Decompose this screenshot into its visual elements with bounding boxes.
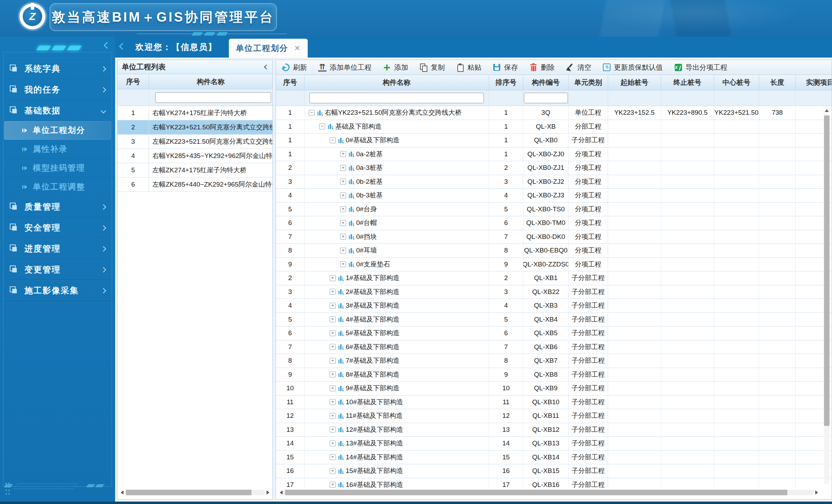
- expand-toggle-icon[interactable]: +: [340, 261, 346, 267]
- left-panel-hscrollbar[interactable]: [119, 489, 271, 496]
- table-row[interactable]: 9+8#基础及下部构造9QL-XB8子分部工程: [276, 368, 832, 382]
- expand-toggle-icon[interactable]: +: [330, 316, 336, 322]
- sidebar-item-安全管理[interactable]: 安全管理: [4, 217, 111, 238]
- table-row[interactable]: 7+6#基础及下部构造7QL-XB6子分部工程: [276, 340, 832, 354]
- main-table-hscrollbar[interactable]: [278, 489, 820, 496]
- table-row[interactable]: 5+0#台身5QL-XB0-TS0分项工程: [276, 203, 832, 217]
- expand-toggle-icon[interactable]: +: [340, 193, 346, 198]
- vscrollbar-thumb[interactable]: [824, 115, 830, 426]
- table-row[interactable]: 6+5#基础及下部构造6QL-XB5子分部工程: [276, 326, 832, 340]
- scroll-up-arrow-icon[interactable]: [823, 107, 830, 114]
- expand-toggle-icon[interactable]: +: [330, 371, 336, 377]
- table-row[interactable]: 4+0b-3桩基4QL-XB0-ZJ3分项工程: [276, 189, 832, 203]
- table-row[interactable]: 16+15#基础及下部构造16QL-XB15子分部工程: [276, 464, 832, 478]
- 删除-button[interactable]: 删除: [529, 63, 555, 72]
- list-item[interactable]: 2右幅YK223+521.50阿克塞分离式立交跨线大桥: [118, 120, 272, 135]
- table-row[interactable]: 14+13#基础及下部构造14QL-XB13子分部工程: [276, 437, 832, 451]
- vscrollbar-track[interactable]: [824, 114, 830, 484]
- expand-toggle-icon[interactable]: +: [330, 358, 336, 364]
- scroll-right-arrow-icon[interactable]: [814, 489, 820, 496]
- scrollbar-track[interactable]: [284, 490, 814, 495]
- expand-toggle-icon[interactable]: +: [340, 234, 346, 240]
- sidebar-collapse-icon[interactable]: [105, 43, 110, 49]
- sidebar-subitem-模型挂码管理[interactable]: 模型挂码管理: [4, 159, 111, 178]
- collapse-toggle-icon[interactable]: −: [330, 137, 336, 143]
- table-row[interactable]: 4+3#基础及下部构造4QL-XB3子分部工程: [276, 299, 832, 313]
- scrollbar-thumb[interactable]: [126, 490, 252, 495]
- name-filter-input[interactable]: [309, 93, 484, 103]
- sidebar-item-进度管理[interactable]: 进度管理: [4, 238, 111, 259]
- table-row[interactable]: 6+0#台帽6QL-XB0-TM0分项工程: [276, 216, 832, 230]
- collapse-toggle-icon[interactable]: −: [309, 110, 315, 116]
- expand-toggle-icon[interactable]: +: [330, 441, 336, 446]
- expand-toggle-icon[interactable]: +: [330, 303, 336, 309]
- table-row[interactable]: 3+0b-2桩基3QL-XB0-ZJ2分项工程: [276, 175, 832, 189]
- table-row[interactable]: 2+0a-3桩基2QL-XB0-ZJ1分项工程: [276, 161, 832, 175]
- 刷新-button[interactable]: 刷新: [282, 63, 307, 72]
- 更新质保默认值-button[interactable]: ✎更新质保默认值: [602, 63, 663, 72]
- 复制-button[interactable]: 复制: [419, 63, 445, 72]
- table-row[interactable]: 10+9#基础及下部构造10QL-XB9子分部工程: [276, 382, 832, 396]
- table-row[interactable]: 2+1#基础及下部构造2QL-XB1子分部工程: [276, 271, 832, 285]
- 添加-button[interactable]: +添加: [383, 63, 408, 72]
- expand-toggle-icon[interactable]: +: [340, 179, 346, 185]
- list-item[interactable]: 4右幅YK285+435~YK292+962阿尔金山特长隧道: [118, 149, 272, 163]
- tab-unit-project-division[interactable]: 单位工程划分 ×: [229, 39, 308, 58]
- sidebar-item-系统字典[interactable]: 系统字典: [4, 58, 111, 79]
- table-row[interactable]: 1+0a-2桩基1QL-XB0-ZJ0分项工程: [276, 148, 832, 161]
- scroll-right-arrow-icon[interactable]: [265, 489, 271, 496]
- list-item[interactable]: 5左幅ZK274+175红崖子沟特大桥: [118, 163, 272, 178]
- list-item[interactable]: 3左幅ZK223+521.50阿克塞分离式立交跨线大桥: [118, 135, 272, 149]
- 添加单位工程-button[interactable]: ⇈添加单位工程: [318, 63, 372, 72]
- table-row[interactable]: 8+0#耳墙8QL-XB0-EBQ0分项工程: [276, 244, 832, 258]
- sidebar-subitem-单位工程调整[interactable]: 单位工程调整: [4, 178, 111, 196]
- table-row[interactable]: 1−右幅YK223+521.50阿克塞分离式立交跨线大桥13Q单位工程YK223…: [276, 106, 832, 120]
- expand-toggle-icon[interactable]: +: [330, 289, 336, 295]
- table-row[interactable]: 3+2#基础及下部构造3QL-XB22子分部工程: [276, 285, 832, 299]
- expand-toggle-icon[interactable]: +: [340, 248, 346, 254]
- expand-toggle-icon[interactable]: +: [330, 330, 336, 336]
- left-name-filter-input[interactable]: [155, 92, 271, 103]
- list-item[interactable]: 1右幅YK274+175红崖子沟特大桥: [118, 106, 272, 120]
- back-chevron-icon[interactable]: [120, 44, 125, 50]
- expand-toggle-icon[interactable]: +: [330, 413, 336, 419]
- table-row[interactable]: 15+14#基础及下部构造15QL-XB14子分部工程: [276, 451, 832, 465]
- expand-toggle-icon[interactable]: +: [340, 165, 346, 171]
- expand-toggle-icon[interactable]: +: [330, 482, 336, 488]
- 粘贴-button[interactable]: 粘贴: [456, 63, 481, 72]
- table-row[interactable]: 1−基础及下部构造1QL-XB分部工程: [276, 120, 832, 134]
- sidebar-item-施工影像采集[interactable]: 施工影像采集: [4, 280, 111, 301]
- sidebar-item-变更管理[interactable]: 变更管理: [4, 259, 111, 280]
- table-row[interactable]: 8+7#基础及下部构造8QL-XB7子分部工程: [276, 354, 832, 368]
- expand-toggle-icon[interactable]: +: [340, 206, 346, 212]
- table-row[interactable]: 5+4#基础及下部构造5QL-XB4子分部工程: [276, 313, 832, 327]
- sidebar-subitem-单位工程划分[interactable]: 单位工程划分: [4, 121, 111, 140]
- list-item[interactable]: 6左幅ZK285+440~ZK292+965阿尔金山特长隧道: [118, 178, 272, 192]
- table-row[interactable]: 12+11#基础及下部构造12QL-XB11子分部工程: [276, 409, 832, 423]
- table-row[interactable]: 7+0#挡块7QL-XB0-DK0分项工程: [276, 230, 832, 244]
- scroll-left-arrow-icon[interactable]: [119, 489, 125, 496]
- expand-toggle-icon[interactable]: +: [330, 344, 336, 350]
- main-table-vscrollbar[interactable]: [823, 107, 830, 484]
- expand-toggle-icon[interactable]: +: [340, 151, 346, 157]
- table-row[interactable]: 11+10#基础及下部构造11QL-XB10子分部工程: [276, 396, 832, 409]
- expand-toggle-icon[interactable]: +: [330, 275, 336, 281]
- 保存-button[interactable]: 保存: [493, 63, 518, 72]
- tab-close-icon[interactable]: ×: [294, 45, 301, 52]
- 清空-button[interactable]: 清空: [566, 63, 591, 72]
- table-row[interactable]: 13+12#基础及下部构造13QL-XB12子分部工程: [276, 423, 832, 437]
- expand-toggle-icon[interactable]: +: [330, 427, 336, 432]
- 导出分项工程-button[interactable]: X❙导出分项工程: [674, 63, 727, 72]
- expand-toggle-icon[interactable]: +: [340, 220, 346, 226]
- sidebar-subitem-属性补录[interactable]: 属性补录: [4, 140, 111, 159]
- table-row[interactable]: 9+0#支座垫石9QL-XB0-ZZDS0分项工程: [276, 258, 832, 272]
- sidebar-item-我的任务[interactable]: 我的任务: [4, 79, 111, 100]
- expand-toggle-icon[interactable]: +: [330, 399, 336, 405]
- code-filter-input[interactable]: [524, 93, 568, 103]
- panel-collapse-icon[interactable]: [264, 65, 269, 69]
- expand-toggle-icon[interactable]: +: [330, 454, 336, 460]
- expand-toggle-icon[interactable]: +: [330, 468, 336, 474]
- sidebar-item-质量管理[interactable]: 质量管理: [4, 196, 111, 217]
- table-row[interactable]: 1−0#基础及下部构造1QL-XB0子分部工程: [276, 134, 832, 148]
- sidebar-item-基础数据[interactable]: 基础数据: [4, 100, 111, 121]
